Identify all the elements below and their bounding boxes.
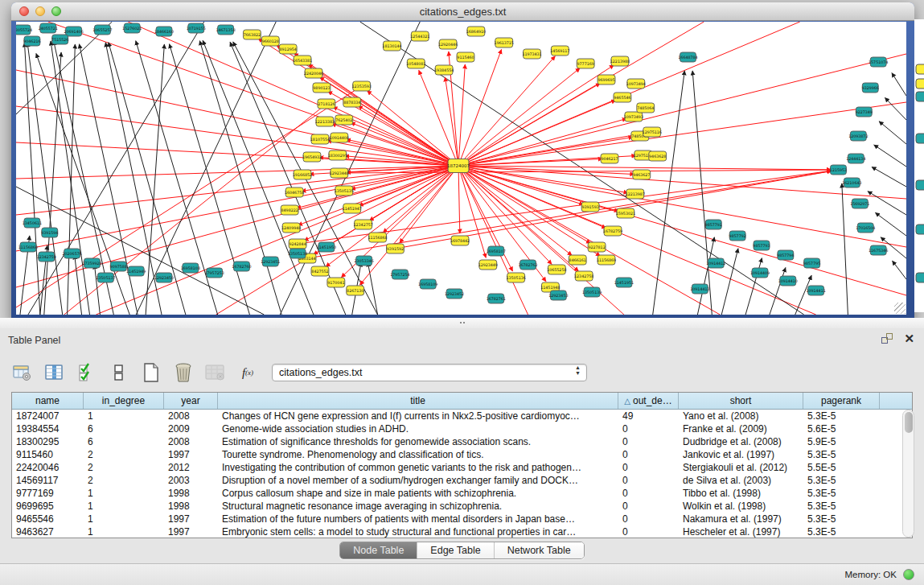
graph-node[interactable]: 11156869 — [597, 255, 616, 265]
graph-node[interactable]: 16782759 — [603, 226, 622, 236]
graph-node[interactable]: 8466161 — [569, 255, 586, 265]
cell[interactable]: Dudbridge et al. (2008) — [679, 435, 803, 448]
graph-node[interactable]: 12093872 — [848, 131, 868, 141]
graph-node[interactable]: 11451947 — [343, 204, 362, 213]
graph-edge[interactable] — [68, 44, 76, 315]
graph-node[interactable]: 15953021 — [616, 208, 635, 218]
graph-node[interactable]: 13505135 — [335, 186, 354, 196]
graph-node[interactable]: 7485064 — [637, 103, 655, 113]
graph-node[interactable]: 15751074 — [869, 57, 888, 67]
graph-node[interactable]: 13505139 — [582, 287, 602, 297]
graph-node[interactable]: 9046216 — [23, 36, 40, 46]
graph-node[interactable]: 10973494 — [626, 79, 646, 89]
graph-node[interactable]: 19654932 — [302, 152, 322, 162]
cell[interactable]: 14569117 — [12, 474, 84, 487]
graph-node[interactable]: 9777169 — [577, 59, 594, 68]
graph-node[interactable]: 16864910 — [466, 27, 486, 36]
delete-column-button[interactable] — [172, 361, 195, 384]
table-row[interactable]: 946554611997Estimation of the future num… — [12, 513, 912, 525]
graph-node[interactable]: 24055721 — [39, 23, 58, 33]
graph-edge[interactable] — [770, 268, 786, 315]
network-canvas[interactable]: 2305572424055721206914061065525715276021… — [16, 22, 906, 315]
graph-node[interactable]: 11156860 — [18, 242, 38, 252]
cell[interactable]: Stergiakouli et al. (2012) — [679, 461, 803, 474]
scrollbar-thumb[interactable] — [905, 412, 913, 433]
graph-node[interactable]: 8267130 — [347, 286, 364, 295]
graph-edge[interactable] — [16, 70, 458, 166]
graph-node[interactable]: 9699695 — [598, 75, 615, 84]
graph-node[interactable]: 9329966 — [862, 83, 879, 93]
cell[interactable]: 18724007 — [12, 410, 84, 422]
graph-node[interactable]: 16210643 — [842, 178, 861, 187]
graph-node[interactable]: 7663822 — [243, 30, 261, 39]
cell[interactable]: 0 — [618, 474, 679, 487]
column-header-pagerank[interactable]: pagerank — [803, 393, 880, 409]
cell[interactable]: 9465546 — [12, 513, 84, 525]
citation-network-graph[interactable]: 2305572424055721206914061065525715276021… — [16, 22, 906, 315]
cell[interactable]: Nakamura et al. (1997) — [679, 513, 803, 525]
graph-node[interactable]: 23055724 — [16, 25, 32, 35]
graph-node[interactable]: 10973493 — [624, 112, 643, 122]
graph-node[interactable]: 19613715 — [495, 38, 514, 47]
function-builder-button[interactable]: f(x) — [236, 361, 259, 384]
delete-table-button[interactable] — [204, 361, 227, 384]
graph-node[interactable]: 10655257 — [92, 25, 112, 35]
graph-node[interactable]: 16958108 — [181, 263, 200, 273]
cell[interactable]: 1 — [84, 513, 164, 525]
cell[interactable]: Wolkin et al. (1998) — [679, 500, 803, 513]
graph-node[interactable]: 9391592 — [387, 244, 405, 253]
show-hide-columns-button[interactable] — [43, 361, 66, 384]
cell[interactable]: 1 — [84, 487, 164, 500]
graph-edge[interactable] — [892, 73, 906, 96]
table-row[interactable]: 1456911722003Disruption of a novel membe… — [12, 474, 912, 487]
graph-node[interactable]: 16782762 — [518, 260, 537, 270]
graph-edge[interactable] — [458, 54, 906, 166]
table-row[interactable]: 969969511998Structural magnetic resonanc… — [12, 500, 912, 513]
graph-edge[interactable] — [458, 166, 578, 271]
cell[interactable]: 9115460 — [12, 448, 84, 461]
cell[interactable]: 6 — [84, 422, 164, 435]
graph-node[interactable]: 11675346 — [869, 245, 888, 255]
cell[interactable]: 2008 — [164, 435, 218, 448]
cell[interactable]: Investigating the contribution of common… — [218, 461, 618, 474]
graph-node[interactable]: 18466160 — [154, 27, 174, 36]
graph-node[interactable]: 9857793 — [753, 241, 770, 250]
cell[interactable]: 9463627 — [12, 525, 84, 538]
graph-node[interactable]: 20206576 — [63, 249, 82, 258]
cell[interactable]: 2008 — [164, 410, 218, 422]
graph-node[interactable]: 9465546 — [614, 93, 631, 102]
cell[interactable]: Tourette syndrome. Phenomenology and cla… — [218, 448, 618, 461]
graph-node[interactable]: 12920446 — [438, 39, 458, 49]
graph-node[interactable]: 16958109 — [418, 279, 437, 289]
graph-node[interactable]: 14671358 — [216, 25, 235, 35]
cell[interactable]: 0 — [618, 422, 679, 435]
graph-node[interactable]: 9170041 — [327, 278, 345, 287]
cell[interactable]: 19384554 — [12, 422, 84, 435]
graph-node[interactable]: 8427552 — [311, 266, 329, 276]
graph-edge[interactable] — [872, 167, 906, 187]
graph-edge[interactable] — [458, 166, 572, 255]
graph-node[interactable]: 10914412 — [706, 258, 725, 268]
cell[interactable]: Changes of HCN gene expression and I(f) … — [218, 410, 618, 422]
cell[interactable]: 0 — [618, 461, 679, 474]
graph-node[interactable]: 9890123 — [313, 83, 331, 93]
graph-edge[interactable] — [128, 22, 458, 166]
cell[interactable]: 5.5E-5 — [803, 461, 880, 474]
graph-edge[interactable] — [879, 122, 906, 144]
graph-node[interactable]: 17957253 — [205, 268, 224, 278]
cell[interactable]: 1997 — [164, 513, 218, 525]
cell[interactable]: 5.3E-5 — [803, 487, 880, 500]
graph-edge[interactable] — [304, 166, 458, 241]
cell[interactable]: 1 — [84, 410, 164, 422]
select-all-button[interactable] — [76, 361, 98, 384]
graph-node[interactable]: 10914409 — [750, 268, 770, 278]
graph-edge[interactable] — [458, 56, 555, 166]
cell[interactable]: 5.3E-5 — [803, 513, 880, 525]
graph-node[interactable]: 12923448 — [330, 168, 349, 178]
cell[interactable]: Jankovic et al. (1997) — [679, 448, 803, 461]
close-panel-icon[interactable]: ✕ — [904, 333, 914, 344]
graph-node[interactable]: 9857792 — [729, 231, 746, 241]
cell[interactable]: 1998 — [164, 487, 218, 500]
table-select-combobox[interactable]: citations_edges.txt ▲▼ — [272, 364, 587, 381]
graph-node[interactable]: 9115460 — [457, 52, 474, 62]
